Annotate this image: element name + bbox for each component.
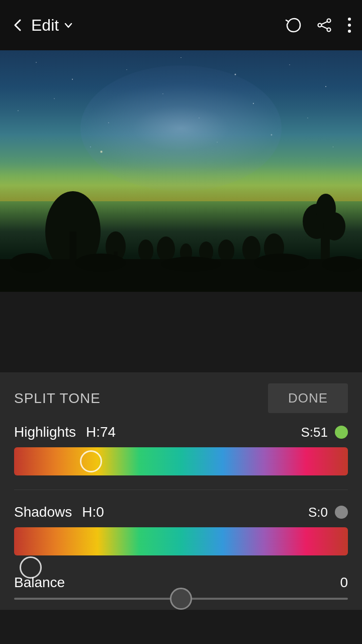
- edit-title[interactable]: Edit: [31, 16, 74, 35]
- svg-point-6: [348, 24, 351, 27]
- panel-header: SPLIT TONE DONE: [0, 372, 362, 424]
- shadows-hue-value: H:0: [82, 504, 104, 520]
- top-bar-actions: [285, 17, 352, 34]
- shadows-labels: Shadows H:0: [14, 504, 104, 520]
- shadows-header: Shadows H:0 S:0: [14, 504, 348, 520]
- title-text: Edit: [31, 16, 59, 35]
- done-button[interactable]: DONE: [268, 383, 348, 413]
- balance-thumb[interactable]: [170, 588, 192, 610]
- dropdown-icon: [63, 20, 74, 31]
- shadows-hue-bar: [14, 527, 348, 555]
- svg-point-29: [322, 256, 362, 272]
- highlights-hue-thumb[interactable]: [80, 450, 102, 472]
- highlights-header: Highlights H:74 S:51: [14, 424, 348, 440]
- panel-title: SPLIT TONE: [14, 390, 101, 407]
- highlights-sat-label: S:51: [301, 425, 328, 440]
- balance-slider[interactable]: [0, 598, 362, 610]
- spacer-area: [0, 292, 362, 372]
- shadows-section: Shadows H:0 S:0: [0, 494, 362, 566]
- shadows-hue-thumb[interactable]: [20, 556, 42, 579]
- svg-point-7: [348, 30, 351, 33]
- back-button[interactable]: [10, 17, 26, 33]
- section-divider-1: [14, 490, 348, 490]
- balance-track: [14, 598, 348, 600]
- shadows-color-dot: [335, 506, 348, 519]
- highlights-hue-slider[interactable]: [14, 447, 348, 475]
- top-bar: Edit: [0, 0, 362, 50]
- night-sky-image: [0, 50, 362, 292]
- highlights-section: Highlights H:74 S:51: [0, 424, 362, 486]
- photo-preview: [0, 50, 362, 292]
- top-bar-left: Edit: [10, 16, 74, 35]
- shadows-hue-slider[interactable]: [14, 527, 348, 555]
- shadows-sat-label: S:0: [308, 505, 328, 520]
- svg-line-4: [321, 26, 327, 29]
- split-tone-panel: SPLIT TONE DONE Highlights H:74 S:51: [0, 372, 362, 610]
- svg-point-17: [218, 239, 234, 262]
- highlights-label: Highlights: [14, 424, 76, 440]
- balance-label: Balance: [14, 575, 65, 591]
- share-button[interactable]: [316, 17, 333, 34]
- svg-point-2: [327, 28, 331, 32]
- highlights-saturation: S:51: [301, 425, 348, 440]
- svg-line-3: [321, 22, 327, 25]
- undo-button[interactable]: [285, 17, 302, 34]
- tree-silhouettes: [0, 181, 362, 292]
- svg-point-25: [10, 253, 50, 273]
- svg-point-13: [138, 239, 153, 262]
- svg-point-5: [348, 18, 351, 21]
- more-options-button[interactable]: [347, 17, 352, 34]
- highlights-labels: Highlights H:74: [14, 424, 116, 440]
- svg-point-28: [254, 254, 309, 272]
- svg-point-23: [316, 194, 336, 224]
- highlights-hue-bar: [14, 447, 348, 475]
- highlights-hue-value: H:74: [86, 424, 116, 440]
- shadows-saturation: S:0: [308, 505, 348, 520]
- balance-value: 0: [340, 575, 348, 591]
- svg-point-0: [327, 19, 331, 23]
- svg-point-1: [318, 24, 322, 27]
- highlights-color-dot: [335, 426, 348, 439]
- svg-point-14: [157, 236, 175, 262]
- svg-point-26: [75, 254, 126, 272]
- shadows-label: Shadows: [14, 504, 72, 520]
- svg-point-27: [161, 257, 221, 272]
